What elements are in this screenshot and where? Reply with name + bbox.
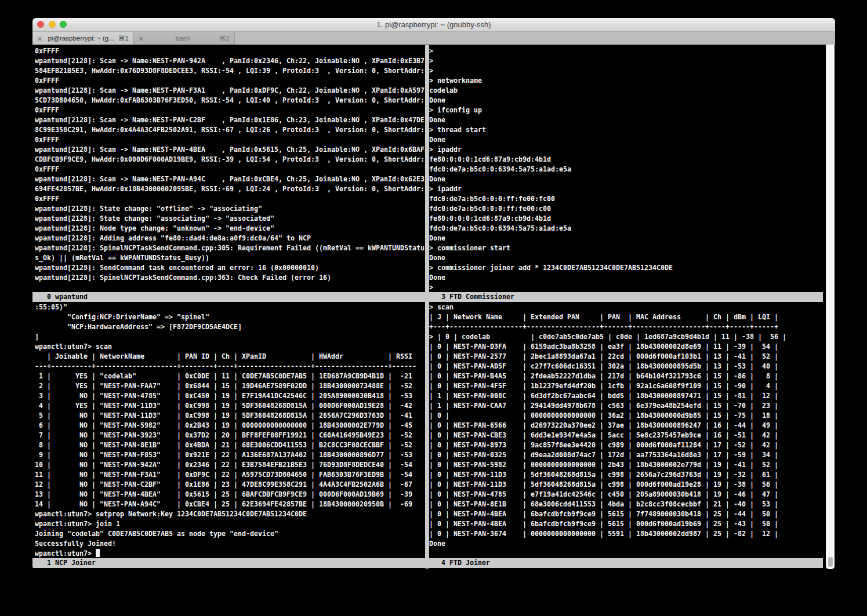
pane-title-ftd-commissioner: 3 FTD Commissioner <box>441 292 514 302</box>
tab-bash[interactable]: × bash ⌘2 <box>133 32 235 45</box>
tab-bar-filler <box>235 32 835 45</box>
titlebar: 1. pi@raspberrypi: ~ (gnubby-ssh) <box>32 18 835 32</box>
tab-label: pi@raspberrypi: ~ (g… <box>45 35 118 42</box>
pane-ftd-joiner[interactable]: > scan | J | Network Name | Extended PAN… <box>429 302 826 549</box>
desktop: { "window": { "title": "1. pi@raspberryp… <box>0 0 867 616</box>
pane-title-ftd-joiner: 4 FTD Joiner <box>441 558 490 568</box>
terminal-window: 1. pi@raspberrypi: ~ (gnubby-ssh) × pi@r… <box>32 18 835 569</box>
close-tab-icon[interactable]: × <box>37 34 45 43</box>
terminal-cursor <box>96 549 100 557</box>
tmux-status-bar-top: 0 wpantund 3 FTD Commissioner <box>32 292 823 302</box>
pane-ncp-joiner[interactable]: :55:05)" "Config:NCP:DriverName" => "spi… <box>35 302 426 559</box>
tab-shortcut: ⌘2 <box>219 34 230 42</box>
tab-label: bash <box>146 35 219 42</box>
scrollbar-thumb[interactable] <box>828 557 833 567</box>
pane-divider[interactable] <box>425 45 429 568</box>
tmux-status-bar-bottom: 1 NCP Joiner 4 FTD Joiner <box>32 558 823 568</box>
window-title: 1. pi@raspberrypi: ~ (gnubby-ssh) <box>32 18 835 31</box>
pane-wpantund[interactable]: 0xFFFF wpantund[2128]: Scan -> Name:NEST… <box>35 46 426 283</box>
tab-shortcut: ⌘1 <box>118 34 129 42</box>
tab-bar: × pi@raspberrypi: ~ (g… ⌘1 × bash ⌘2 <box>32 32 835 45</box>
close-tab-icon[interactable]: × <box>139 34 146 43</box>
pane-title-wpantund: 0 wpantund <box>47 292 88 302</box>
scrollbar[interactable] <box>826 45 835 569</box>
pane-ftd-commissioner[interactable]: > > > > networkname codelab Done > ifcon… <box>429 46 826 293</box>
pane-title-ncp-joiner: 1 NCP Joiner <box>47 558 96 568</box>
terminal-content: 0xFFFF wpantund[2128]: Scan -> Name:NEST… <box>32 45 835 569</box>
tab-ssh-session[interactable]: × pi@raspberrypi: ~ (g… ⌘1 <box>32 32 133 45</box>
